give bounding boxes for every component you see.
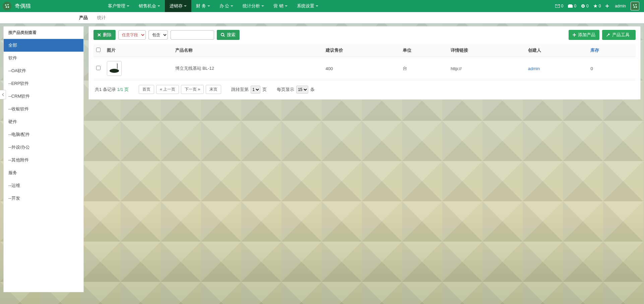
category-item[interactable]: 服务 [4, 166, 83, 179]
chevron-down-icon [285, 5, 287, 7]
nav-item[interactable]: 系统设置 [292, 0, 323, 12]
select-all-checkbox[interactable] [96, 48, 101, 52]
pager-button[interactable]: 下一页 » [181, 85, 204, 94]
svg-point-2 [6, 6, 7, 8]
th-creator: 创建人 [525, 44, 588, 57]
category-item[interactable]: --CRM软件 [4, 90, 83, 103]
plus-icon [573, 33, 576, 37]
chevron-down-icon [184, 5, 187, 7]
svg-point-14 [634, 6, 635, 8]
cell-link[interactable]: http:// [448, 57, 525, 80]
plus-icon [605, 4, 609, 8]
nav-item-label: 系统设置 [297, 3, 314, 9]
chevron-down-icon [231, 5, 233, 7]
product-table: 图片 产品名称 建议售价 单位 详情链接 创建人 库存 博立无线基站 BL-12… [93, 44, 636, 80]
svg-line-19 [223, 36, 224, 37]
chevron-down-icon [207, 5, 210, 7]
close-icon [98, 33, 101, 37]
nav-item-label: 办 公 [219, 3, 230, 9]
th-stock: 库存 [588, 44, 636, 57]
product-panel: 删除 任意字段 包含 搜索 添加产品 [88, 26, 641, 100]
search-button[interactable]: 搜索 [217, 30, 240, 40]
brand-name: 奇偶猫 [15, 3, 31, 10]
product-thumb[interactable] [107, 61, 122, 76]
nav-item[interactable]: 统计分析 [238, 0, 269, 12]
chevron-down-icon [261, 5, 264, 7]
nav-item[interactable]: 进销存 [165, 0, 191, 12]
chevron-down-icon [316, 5, 318, 7]
jump-page-select[interactable]: 1 [251, 86, 260, 94]
sidebar-heading: 按产品类别查看 [4, 27, 83, 39]
gear-count: 0 [586, 4, 589, 8]
category-item[interactable]: --外设/办公 [4, 141, 83, 154]
star-count: 0 [599, 4, 601, 8]
cell-creator[interactable]: admin [528, 66, 540, 71]
category-item[interactable]: --电脑/配件 [4, 128, 83, 141]
search-input[interactable] [171, 30, 214, 40]
th-unit: 单位 [400, 44, 448, 57]
th-name: 产品名称 [173, 44, 323, 57]
nav-item-label: 销售机会 [139, 3, 156, 9]
sidebar-collapse-handle[interactable] [0, 90, 6, 99]
nav-item[interactable]: 营 销 [269, 0, 292, 12]
plus-icon-item[interactable] [605, 4, 610, 8]
search-icon [221, 33, 225, 37]
mail-icon-item[interactable]: 0 [555, 4, 564, 8]
th-price: 建议售价 [323, 44, 400, 57]
brand-logo [3, 2, 11, 10]
nav-item-label: 进销存 [170, 3, 183, 9]
category-item[interactable]: --运维 [4, 179, 83, 192]
gear-icon-item[interactable]: 0 [581, 4, 589, 8]
delete-button[interactable]: 删除 [93, 30, 116, 40]
svg-point-1 [7, 4, 9, 5]
nav-item-label: 客户管理 [108, 3, 125, 9]
ticket-icon-item[interactable]: 0 [568, 4, 576, 8]
pager-button[interactable]: 首页 [139, 85, 154, 94]
avatar[interactable] [631, 2, 639, 10]
pager-buttons: 首页« 上一页下一页 »末页 [139, 85, 221, 94]
add-product-button[interactable]: 添加产品 [569, 30, 599, 40]
gear-icon [581, 4, 585, 8]
th-link: 详情链接 [448, 44, 525, 57]
delete-label: 删除 [103, 32, 112, 38]
category-item[interactable]: --OA软件 [4, 64, 83, 77]
category-item[interactable]: --ERP软件 [4, 77, 83, 90]
star-icon-item[interactable]: 0 [593, 4, 601, 8]
field-select[interactable]: 任意字段 [118, 30, 146, 40]
category-item[interactable]: 软件 [4, 52, 83, 64]
sub-tab[interactable]: 产品 [74, 12, 92, 23]
topbar: 奇偶猫 客户管理销售机会进销存财 务办 公统计分析营 销系统设置 0 0 0 0… [0, 0, 644, 12]
ticket-icon [568, 4, 573, 8]
username-label[interactable]: admin [615, 4, 626, 8]
svg-point-15 [636, 6, 637, 8]
ticket-count: 0 [574, 4, 576, 8]
per-page-select[interactable]: 15 [296, 86, 308, 94]
operator-select[interactable]: 包含 [148, 30, 168, 40]
category-item[interactable]: --开发 [4, 192, 83, 205]
per-page: 每页显示 15 条 [277, 86, 315, 94]
category-item[interactable]: 硬件 [4, 115, 83, 128]
row-checkbox[interactable] [96, 66, 101, 70]
pager-button[interactable]: 末页 [206, 85, 221, 94]
pager-button[interactable]: « 上一页 [156, 85, 179, 94]
svg-point-23 [110, 69, 119, 73]
nav-item[interactable]: 销售机会 [134, 0, 165, 12]
product-tools-button[interactable]: 产品工具 [602, 30, 636, 40]
svg-rect-5 [568, 5, 573, 8]
category-item[interactable]: --收银软件 [4, 103, 83, 115]
nav-item[interactable]: 客户管理 [103, 0, 134, 12]
main-nav: 客户管理销售机会进销存财 务办 公统计分析营 销系统设置 [103, 0, 323, 12]
category-item[interactable]: 全部 [4, 39, 83, 52]
sub-tab[interactable]: 统计 [92, 12, 111, 23]
pager-row: 共1 条记录 1/1 页 首页« 上一页下一页 »末页 跳转至第 1 页 每页显… [93, 80, 636, 96]
cell-price: 400 [323, 57, 400, 80]
jump-to-page: 跳转至第 1 页 [231, 86, 267, 94]
table-row: 博立无线基站 BL-12400台http://admin0 [93, 57, 636, 80]
category-item[interactable]: --其他附件 [4, 154, 83, 166]
top-right: 0 0 0 0 admin [555, 2, 639, 10]
nav-item[interactable]: 财 务 [191, 0, 215, 12]
add-product-label: 添加产品 [578, 32, 595, 38]
nav-item[interactable]: 办 公 [215, 0, 238, 12]
sub-tabs: 产品统计 [0, 12, 644, 23]
cell-stock: 0 [588, 57, 636, 80]
